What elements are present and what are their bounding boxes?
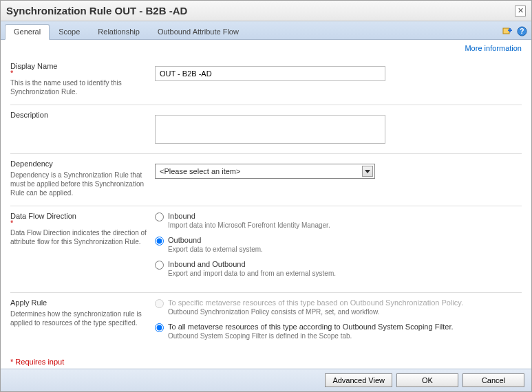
radio-apply-policy-label: To specific metaverse resources of this …: [168, 298, 463, 307]
dependency-label: Dependency: [10, 160, 147, 168]
apply-rule-desc: Determines how the synchronization rule …: [10, 309, 147, 327]
tab-toolbar: ?: [501, 25, 527, 39]
tab-general[interactable]: General: [5, 24, 50, 40]
radio-inbound-outbound-input[interactable]: [155, 261, 164, 270]
radio-inbound-desc: Import data into Microsoft Forefront Ide…: [168, 221, 330, 229]
dataflow-desc: Data Flow Direction indicates the direct…: [10, 228, 147, 246]
radio-apply-scoping[interactable]: To all metaverse resources of this type …: [155, 323, 522, 340]
radio-apply-scoping-label: To all metaverse resources of this type …: [168, 323, 454, 331]
field-dependency: Dependency Dependency is a Synchronizati…: [10, 154, 522, 206]
dependency-select[interactable]: <Please select an item>: [155, 164, 375, 179]
more-information-link[interactable]: More information: [10, 43, 522, 56]
svg-text:?: ?: [520, 28, 524, 35]
apply-rule-label: Apply Rule: [10, 298, 147, 307]
requires-input-note: * Requires input: [10, 355, 522, 369]
radio-inbound-input[interactable]: [155, 213, 164, 221]
radio-outbound-desc: Export data to external system.: [168, 246, 263, 253]
display-name-input[interactable]: [155, 66, 385, 81]
close-icon: ✕: [518, 6, 524, 14]
tab-relationship[interactable]: Relationship: [89, 24, 149, 39]
sync-rule-dialog: Synchronization Rule OUT - B2B -AD ✕ Gen…: [0, 0, 532, 392]
tab-strip: General Scope Relationship Outbound Attr…: [1, 21, 531, 40]
radio-outbound[interactable]: Outbound Export data to external system.: [155, 236, 522, 253]
radio-apply-policy-desc: Outbound Synchronization Policy consists…: [168, 308, 463, 316]
description-input[interactable]: [155, 115, 385, 144]
title-bar: Synchronization Rule OUT - B2B -AD ✕: [1, 1, 531, 21]
radio-inbound-outbound[interactable]: Inbound and Outbound Export and import d…: [155, 260, 522, 277]
radio-apply-scoping-desc: Outbound System Scoping Filter is define…: [168, 332, 454, 340]
display-name-desc: This is the name used to identify this S…: [10, 78, 147, 96]
field-data-flow-direction: Data Flow Direction * Data Flow Directio…: [10, 206, 522, 293]
tabs: General Scope Relationship Outbound Attr…: [5, 24, 248, 39]
dependency-placeholder: <Please select an item>: [160, 167, 240, 175]
tab-outbound-attribute-flow[interactable]: Outbound Attribute Flow: [149, 24, 248, 39]
radio-outbound-label: Outbound: [168, 236, 263, 244]
display-name-label: Display Name: [10, 62, 147, 70]
cancel-button[interactable]: Cancel: [462, 373, 524, 387]
description-label: Description: [10, 111, 147, 119]
field-description: Description: [10, 105, 522, 154]
chevron-down-icon: [362, 166, 373, 177]
help-icon[interactable]: ?: [516, 25, 527, 36]
field-display-name: Display Name * This is the name used to …: [10, 56, 522, 105]
tab-content: More information Display Name * This is …: [1, 40, 531, 369]
svg-marker-5: [365, 170, 370, 173]
tab-scope[interactable]: Scope: [50, 24, 89, 39]
radio-apply-policy-input: [155, 299, 164, 308]
ok-button[interactable]: OK: [396, 373, 458, 387]
required-marker: *: [10, 220, 147, 226]
button-bar: Advanced View OK Cancel: [1, 369, 531, 391]
required-marker: *: [10, 70, 147, 76]
radio-inbound-outbound-label: Inbound and Outbound: [168, 260, 336, 268]
radio-inbound-label: Inbound: [168, 212, 330, 220]
close-button[interactable]: ✕: [515, 6, 526, 17]
radio-outbound-input[interactable]: [155, 237, 164, 246]
advanced-view-button[interactable]: Advanced View: [325, 373, 392, 387]
dataflow-label: Data Flow Direction: [10, 212, 147, 220]
radio-inbound[interactable]: Inbound Import data into Microsoft Foref…: [155, 212, 522, 229]
radio-inbound-outbound-desc: Export and import data to and from an ex…: [168, 270, 336, 277]
dependency-desc: Dependency is a Synchronization Rule tha…: [10, 171, 147, 197]
dialog-title: Synchronization Rule OUT - B2B -AD: [6, 5, 187, 17]
radio-apply-scoping-input[interactable]: [155, 323, 164, 332]
radio-apply-policy: To specific metaverse resources of this …: [155, 298, 522, 316]
field-apply-rule: Apply Rule Determines how the synchroniz…: [10, 293, 522, 355]
add-icon[interactable]: [501, 25, 512, 36]
